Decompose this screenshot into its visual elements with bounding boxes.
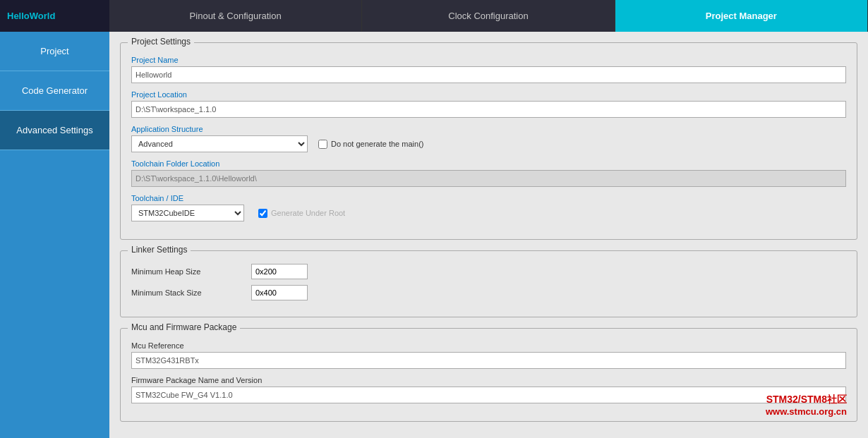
toolchain-folder-label: Toolchain Folder Location <box>131 159 846 168</box>
toolchain-ide-group: Toolchain / IDE STM32CubeIDE Makefile MD… <box>131 194 846 221</box>
linker-settings-section: Linker Settings Minimum Heap Size Minimu… <box>120 250 857 317</box>
watermark: STM32/STM8社区 www.stmcu.org.cn <box>766 394 847 417</box>
toolchain-ide-label: Toolchain / IDE <box>131 194 846 202</box>
app-structure-label: Application Structure <box>131 125 846 133</box>
do-not-generate-main-checkbox[interactable] <box>318 140 327 149</box>
generate-under-root-checkbox[interactable] <box>258 209 267 218</box>
logo-area: HelloWorld <box>0 0 109 32</box>
min-stack-input[interactable] <box>251 285 308 300</box>
firmware-label: Firmware Package Name and Version <box>131 376 846 384</box>
watermark-line2: www.stmcu.org.cn <box>766 406 847 417</box>
project-location-label: Project Location <box>131 90 846 99</box>
tab-clock[interactable]: Clock Configuration <box>362 0 615 32</box>
toolchain-folder-group: Toolchain Folder Location <box>131 159 846 187</box>
top-tabs: Pinout & Configuration Clock Configurati… <box>109 0 868 32</box>
do-not-generate-main-label: Do not generate the main() <box>318 140 423 149</box>
project-name-label: Project Name <box>131 56 846 64</box>
firmware-group: Firmware Package Name and Version <box>131 376 846 403</box>
app-structure-select[interactable]: Advanced Basic <box>131 135 308 152</box>
main-layout: Project Code Generator Advanced Settings… <box>0 32 868 438</box>
min-heap-label: Minimum Heap Size <box>131 267 244 276</box>
sidebar-item-code-generator[interactable]: Code Generator <box>0 71 109 111</box>
project-location-group: Project Location <box>131 90 846 118</box>
toolchain-ide-select[interactable]: STM32CubeIDE Makefile MDK-ARM <box>131 205 244 221</box>
tab-pinout[interactable]: Pinout & Configuration <box>109 0 362 32</box>
min-stack-label: Minimum Stack Size <box>131 288 244 297</box>
toolchain-folder-input <box>131 170 846 187</box>
toolchain-ide-row: STM32CubeIDE Makefile MDK-ARM Generate U… <box>131 205 846 221</box>
app-structure-row: Advanced Basic Do not generate the main(… <box>131 135 846 152</box>
min-heap-row: Minimum Heap Size <box>131 264 846 279</box>
content-wrapper: Project Settings Project Name Project Lo… <box>120 42 857 427</box>
mcu-package-title: Mcu and Firmware Package <box>128 322 240 332</box>
logo-text: HelloWorld <box>7 11 55 21</box>
mcu-ref-input[interactable] <box>131 352 846 369</box>
mcu-ref-group: Mcu Reference <box>131 341 846 369</box>
app-structure-group: Application Structure Advanced Basic Do … <box>131 125 846 152</box>
min-heap-input[interactable] <box>251 264 308 279</box>
min-stack-row: Minimum Stack Size <box>131 285 846 300</box>
linker-settings-title: Linker Settings <box>128 245 191 255</box>
project-name-input[interactable] <box>131 66 846 83</box>
top-bar: HelloWorld Pinout & Configuration Clock … <box>0 0 868 32</box>
project-location-input[interactable] <box>131 101 846 118</box>
tab-project-manager[interactable]: Project Manager <box>615 0 868 32</box>
watermark-line1: STM32/STM8社区 <box>766 394 847 406</box>
sidebar: Project Code Generator Advanced Settings <box>0 32 109 438</box>
mcu-ref-label: Mcu Reference <box>131 341 846 350</box>
project-settings-section: Project Settings Project Name Project Lo… <box>120 42 857 240</box>
mcu-package-section: Mcu and Firmware Package Mcu Reference F… <box>120 328 857 422</box>
sidebar-item-advanced-settings[interactable]: Advanced Settings <box>0 111 109 150</box>
sidebar-item-project[interactable]: Project <box>0 32 109 71</box>
generate-under-root-label: Generate Under Root <box>258 209 345 218</box>
firmware-input[interactable] <box>131 387 846 403</box>
project-name-group: Project Name <box>131 56 846 83</box>
project-settings-title: Project Settings <box>128 37 194 47</box>
content-area: Project Settings Project Name Project Lo… <box>109 32 868 438</box>
